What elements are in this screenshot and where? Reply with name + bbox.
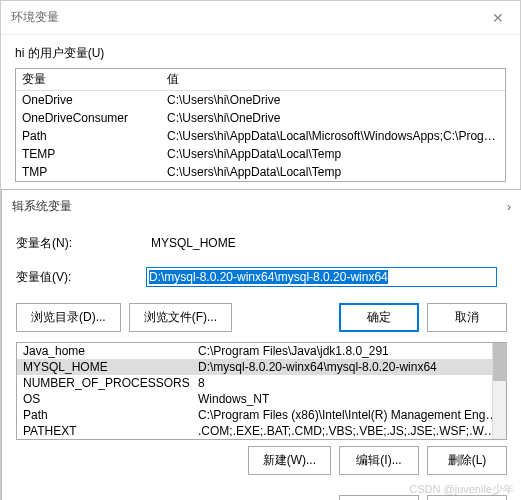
table-row[interactable]: Java_homeC:\Program Files\Java\jdk1.8.0_… — [17, 343, 506, 359]
cancel-button[interactable]: 取消 — [427, 303, 507, 332]
table-header-row: 变量 值 — [16, 69, 505, 91]
table-row[interactable]: PathC:\Program Files (x86)\Intel\Intel(R… — [17, 407, 506, 423]
table-row[interactable]: OneDriveConsumerC:\Users\hi\OneDrive — [16, 109, 505, 127]
table-row[interactable]: PathC:\Users\hi\AppData\Local\Microsoft\… — [16, 127, 505, 145]
env-vars-window: 环境变量 ✕ hi 的用户变量(U) 变量 值 OneDriveC:\Users… — [0, 0, 521, 500]
var-name-row: 变量名(N): MYSQL_HOME — [2, 229, 521, 257]
table-row[interactable]: OSWindows_NT — [17, 391, 506, 407]
var-name-label: 变量名(N): — [16, 235, 146, 252]
user-vars-label: hi 的用户变量(U) — [1, 35, 520, 68]
chevron-right-icon[interactable]: › — [507, 200, 511, 214]
watermark: CSDN @juvenile少年 — [409, 482, 514, 497]
var-name-input[interactable]: MYSQL_HOME — [146, 233, 497, 253]
main-ok-button[interactable]: 确定 — [339, 495, 419, 500]
var-value-input[interactable]: D:\mysql-8.0.20-winx64\mysql-8.0.20-winx… — [146, 267, 497, 287]
table-row[interactable]: MYSQL_HOMED:\mysql-8.0.20-winx64\mysql-8… — [17, 359, 506, 375]
table-row[interactable]: TEMPC:\Users\hi\AppData\Local\Temp — [16, 145, 505, 163]
browse-file-button[interactable]: 浏览文件(F)... — [129, 303, 232, 332]
table-row[interactable]: NUMBER_OF_PROCESSORS8 — [17, 375, 506, 391]
table-row[interactable]: TMPC:\Users\hi\AppData\Local\Temp — [16, 163, 505, 181]
delete-button[interactable]: 删除(L) — [427, 446, 507, 475]
var-value-label: 变量值(V): — [16, 269, 146, 286]
scroll-thumb[interactable] — [493, 343, 507, 381]
scrollbar[interactable] — [492, 343, 506, 439]
table-row[interactable]: OneDriveC:\Users\hi\OneDrive — [16, 91, 505, 109]
var-value-row: 变量值(V): D:\mysql-8.0.20-winx64\mysql-8.0… — [2, 263, 521, 291]
edit-dialog-title: 辑系统变量 — [12, 198, 72, 215]
browse-dir-button[interactable]: 浏览目录(D)... — [16, 303, 121, 332]
edit-button[interactable]: 编辑(I)... — [339, 446, 419, 475]
close-icon[interactable]: ✕ — [486, 10, 510, 26]
new-button[interactable]: 新建(W)... — [248, 446, 331, 475]
header-var[interactable]: 变量 — [22, 71, 167, 88]
edit-sys-var-dialog: 辑系统变量 › 变量名(N): MYSQL_HOME 变量值(V): D:\my… — [1, 189, 521, 500]
header-val[interactable]: 值 — [167, 71, 499, 88]
titlebar[interactable]: 环境变量 ✕ — [1, 1, 520, 35]
edit-dialog-buttons: 浏览目录(D)... 浏览文件(F)... 确定 取消 — [2, 297, 521, 342]
user-vars-table[interactable]: 变量 值 OneDriveC:\Users\hi\OneDrive OneDri… — [15, 68, 506, 182]
window-title: 环境变量 — [11, 9, 59, 26]
ok-button[interactable]: 确定 — [339, 303, 419, 332]
edit-dialog-titlebar[interactable]: 辑系统变量 › — [2, 190, 521, 223]
table-row[interactable]: PATHEXT.COM;.EXE;.BAT;.CMD;.VBS;.VBE;.JS… — [17, 423, 506, 439]
sys-vars-buttons: 新建(W)... 编辑(I)... 删除(L) — [2, 440, 521, 485]
sys-vars-table[interactable]: Java_homeC:\Program Files\Java\jdk1.8.0_… — [16, 342, 507, 440]
